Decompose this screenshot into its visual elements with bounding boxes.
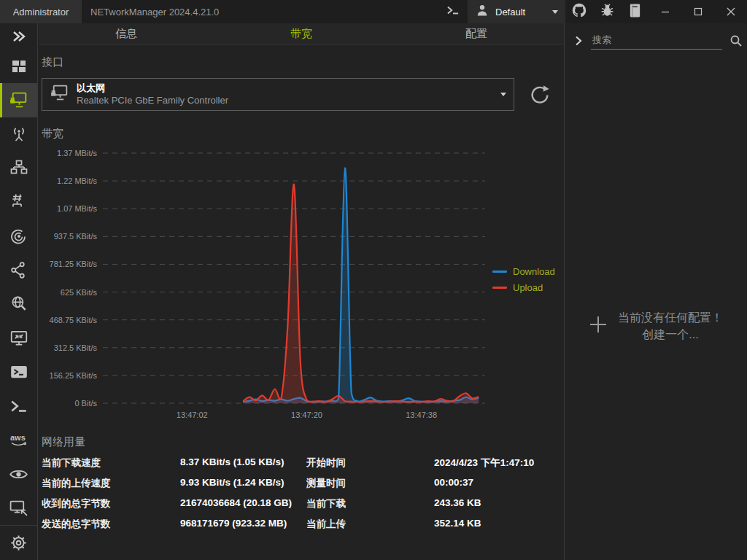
chart-legend: DownloadUpload	[492, 266, 555, 293]
usage-value: 243.36 KB	[434, 497, 564, 510]
interface-texts: 以太网 Realtek PCIe GbE Family Controller	[77, 82, 493, 106]
svg-text:1.07 MBit/s: 1.07 MBit/s	[57, 204, 98, 213]
tab-bandwidth-label: 带宽	[290, 27, 312, 41]
terminal-prompt-icon	[9, 397, 28, 415]
eye-icon	[9, 464, 28, 484]
minimize-icon	[661, 7, 670, 16]
svg-text:1.22 MBit/s: 1.22 MBit/s	[57, 176, 98, 185]
legend-item-download: Download	[492, 266, 555, 277]
app-title: NETworkManager 2024.4.21.0	[90, 7, 219, 18]
bug-icon	[600, 3, 615, 21]
admin-profile-tab[interactable]: Administrator	[0, 0, 82, 23]
tab-configuration[interactable]: 配置	[389, 23, 564, 44]
interface-combobox[interactable]: 以太网 Realtek PCIe GbE Family Controller	[42, 78, 514, 111]
sidebar-item-wake-on-lan[interactable]	[0, 491, 37, 525]
usage-section-header: 网络用量	[42, 435, 564, 449]
profile-selector[interactable]: Default	[468, 0, 565, 23]
search-icon	[729, 34, 743, 47]
legend-label: Upload	[513, 282, 543, 293]
svg-text:468.75 KBit/s: 468.75 KBit/s	[50, 316, 98, 324]
tab-configuration-label: 配置	[465, 27, 487, 41]
sidebar-item-remote-desktop[interactable]	[0, 321, 37, 355]
usage-label: 当前下载速度	[42, 456, 180, 470]
aws-icon: aws	[8, 432, 30, 449]
combobox-caret-icon	[500, 93, 506, 96]
network-interface-icon	[9, 90, 28, 110]
usage-label: 发送的总字节数	[42, 518, 180, 531]
tab-bandwidth[interactable]: 带宽	[214, 23, 389, 44]
svg-text:13:47:02: 13:47:02	[177, 411, 208, 419]
svg-text:1.37 MBit/s: 1.37 MBit/s	[57, 149, 98, 158]
profiles-search-input[interactable]	[591, 32, 722, 50]
sidebar-expand-button[interactable]	[0, 23, 37, 50]
sidebar-item-dns-lookup[interactable]	[0, 287, 37, 322]
sidebar-item-settings[interactable]	[0, 526, 37, 560]
sidebar-item-ip-scanner[interactable]	[0, 151, 37, 185]
sidebar-item-traceroute[interactable]	[0, 253, 37, 287]
sidebar: aws	[0, 23, 38, 560]
profiles-header-row	[565, 23, 747, 50]
maximize-icon	[694, 7, 703, 16]
network-interface-icon-small	[50, 83, 69, 106]
interface-name: 以太网	[77, 82, 493, 94]
svg-text:13:47:38: 13:47:38	[406, 411, 437, 419]
close-button[interactable]	[714, 0, 747, 23]
usage-label: 开始时间	[306, 456, 434, 470]
view-tabs: 信息 带宽 配置	[39, 23, 564, 45]
svg-text:312.5 KBit/s: 312.5 KBit/s	[54, 343, 98, 352]
sidebar-item-powershell[interactable]	[0, 355, 37, 389]
sidebar-item-putty[interactable]	[0, 389, 37, 424]
usage-value: 21674036684 (20.18 GB)	[180, 497, 306, 510]
sidebar-item-discovery-protocol[interactable]	[0, 457, 37, 491]
chevron-down-icon	[552, 10, 558, 14]
sidebar-item-dashboard[interactable]	[0, 50, 37, 84]
connected-nodes-icon	[9, 261, 28, 279]
refresh-button[interactable]	[527, 82, 552, 107]
usage-value: 2024/4/23 下午1:47:10	[434, 456, 564, 470]
external-terminal-button[interactable]	[438, 0, 468, 23]
profile-selector-value: Default	[495, 7, 546, 18]
profiles-empty-line2: 创建一个...	[618, 326, 723, 343]
sidebar-item-ping-monitor[interactable]	[0, 219, 37, 254]
usage-value: 352.14 KB	[434, 518, 564, 531]
svg-text:13:47:20: 13:47:20	[291, 411, 322, 419]
bandwidth-chart-container: 1.37 MBit/s1.22 MBit/s1.07 MBit/s937.5 K…	[39, 144, 564, 427]
dashboard-icon	[10, 58, 28, 75]
maximize-button[interactable]	[681, 0, 714, 23]
create-profile-plus-icon[interactable]	[589, 315, 608, 337]
usage-label: 当前的上传速度	[42, 477, 180, 490]
documentation-button[interactable]	[621, 0, 649, 23]
svg-text:781.25 KBit/s: 781.25 KBit/s	[50, 260, 98, 268]
github-icon	[571, 2, 587, 21]
tab-info[interactable]: 信息	[39, 23, 214, 44]
network-topology-icon	[9, 159, 28, 178]
svg-text:156.25 KBit/s: 156.25 KBit/s	[50, 371, 98, 380]
minimize-button[interactable]	[649, 0, 681, 23]
profiles-empty-text: 当前没有任何配置！ 创建一个...	[618, 309, 723, 343]
titlebar: Administrator NETworkManager 2024.4.21.0…	[0, 0, 747, 23]
person-icon	[475, 3, 489, 20]
usage-label: 当前上传	[306, 518, 434, 531]
ping-radar-icon	[9, 227, 28, 246]
panel-collapse-button[interactable]	[573, 35, 584, 47]
sidebar-item-aws-session-manager[interactable]: aws	[0, 423, 37, 457]
port-hash-icon	[9, 192, 28, 211]
admin-profile-label: Administrator	[13, 7, 69, 18]
globe-search-icon	[9, 295, 28, 314]
legend-dash-icon	[492, 287, 507, 289]
sidebar-item-port-scanner[interactable]	[0, 185, 37, 219]
usage-value: 00:00:37	[434, 477, 564, 490]
bug-report-button[interactable]	[593, 0, 621, 23]
svg-text:625 KBit/s: 625 KBit/s	[61, 288, 98, 297]
sidebar-item-wifi[interactable]	[0, 117, 37, 152]
sidebar-bottom	[0, 525, 37, 560]
github-button[interactable]	[565, 0, 593, 23]
usage-value: 968171679 (923.32 MB)	[180, 518, 306, 531]
powershell-icon	[9, 362, 28, 381]
tab-info-label: 信息	[115, 27, 137, 41]
main-content: 信息 带宽 配置 接口 以太网 Realtek PCIe GbE Family …	[39, 23, 564, 560]
profiles-empty-line1: 当前没有任何配置！	[618, 309, 723, 326]
sidebar-item-network-interface[interactable]	[0, 83, 37, 117]
search-button[interactable]	[729, 34, 743, 47]
interface-row: 以太网 Realtek PCIe GbE Family Controller	[42, 78, 564, 111]
